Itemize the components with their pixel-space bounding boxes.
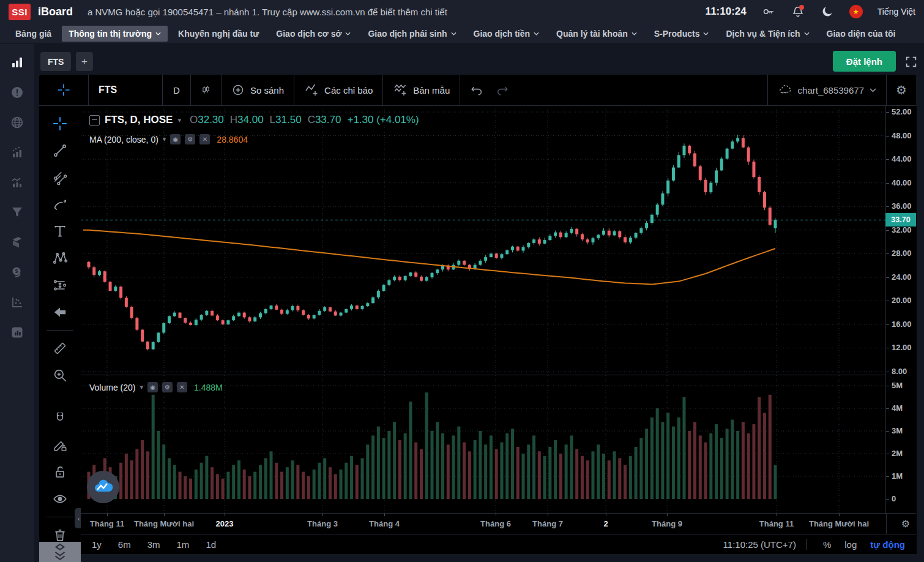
dark-mode-moon-icon[interactable]	[820, 4, 835, 19]
symbol-search-button[interactable]: FTS	[89, 75, 163, 105]
nav-item-8[interactable]: Dịch vụ & Tiện ích	[719, 26, 816, 42]
language-label[interactable]: Tiếng Việt	[877, 7, 915, 17]
sidebar-item-stock-screener[interactable]	[9, 204, 26, 221]
nav-item-7[interactable]: S-Products	[647, 26, 716, 42]
timezone-settings-gear-icon[interactable]: ⚙	[901, 518, 910, 530]
nav-item-9[interactable]: Giao diện của tôi	[820, 26, 903, 42]
ma-remove-icon[interactable]: ✕	[199, 134, 210, 144]
crosshair-tool-icon[interactable]	[50, 113, 70, 134]
hide-drawings-arrow-icon[interactable]	[50, 302, 70, 323]
range-button-1m[interactable]: 1m	[177, 539, 190, 550]
volume-label[interactable]: Volume (20)	[89, 383, 135, 392]
measure-ruler-icon[interactable]	[50, 338, 70, 359]
tab-fts[interactable]: FTS	[40, 52, 71, 71]
time-axis[interactable]: ⚙ Tháng 11Tháng Mười hai2023Tháng 3Tháng…	[81, 513, 916, 534]
sidebar-item-market-chart[interactable]	[9, 54, 26, 71]
iboard-chart-watermark	[87, 471, 119, 503]
range-button-6m[interactable]: 6m	[118, 539, 131, 550]
axis-tick	[886, 206, 889, 207]
lock-all-drawings-icon[interactable]	[50, 462, 70, 482]
volume-tick-5M: 5M	[892, 381, 903, 391]
sidebar-item-widgets[interactable]	[9, 324, 26, 341]
magnet-mode-icon[interactable]	[50, 408, 70, 429]
volume-pane[interactable]	[81, 375, 885, 513]
templates-button[interactable]: Bản mẫu	[383, 75, 460, 105]
top-bar: SSI iBoard a NVMG hoặc gọi 1900545471 – …	[0, 0, 924, 23]
drawing-mode-lock-pencil-icon[interactable]	[50, 435, 70, 455]
volume-tick-0: 0	[892, 494, 896, 504]
nav-item-1[interactable]: Thông tin thị trường	[62, 26, 168, 42]
time-label-4: Tháng 4	[341, 519, 427, 528]
ma-settings-icon[interactable]: ⚙	[185, 134, 195, 144]
sidebar-item-alerts[interactable]	[9, 84, 26, 101]
zoom-in-tool-icon[interactable]	[50, 365, 70, 386]
pitchfork-tool-icon[interactable]	[50, 167, 70, 188]
range-button-1y[interactable]: 1y	[92, 539, 102, 550]
time-label-2: 2023	[182, 519, 267, 528]
chart-style-button[interactable]	[191, 75, 222, 105]
range-buttons: 1y6m3m1m1d	[92, 539, 233, 550]
volume-remove-icon[interactable]: ✕	[177, 382, 187, 392]
ma-label[interactable]: MA (200, close, 0)	[89, 135, 158, 144]
nav-item-5[interactable]: Giao dịch tiền	[467, 26, 546, 42]
range-button-1d[interactable]: 1d	[206, 539, 216, 550]
interval-button[interactable]: D	[163, 75, 191, 105]
sidebar-item-handbook[interactable]	[9, 234, 26, 251]
chart-layout-menu[interactable]: chart_68539677	[768, 75, 887, 105]
time-label-10: Tháng Mười hai	[796, 519, 882, 528]
brush-tool-icon[interactable]	[50, 194, 70, 215]
log-scale-button[interactable]: log	[844, 539, 857, 550]
add-tab-button[interactable]: +	[76, 52, 93, 71]
chart-clock[interactable]: 11:10:25 (UTC+7)	[723, 539, 796, 550]
text-tool-icon[interactable]	[50, 221, 70, 242]
volume-settings-icon[interactable]: ⚙	[162, 382, 173, 392]
axis-tick	[886, 454, 889, 454]
vietnam-flag-icon[interactable]: ★	[849, 5, 863, 18]
percent-scale-button[interactable]: %	[823, 539, 831, 550]
announcement-ticker: a NVMG hoặc gọi 1900545471 – nhánh 1. Tr…	[88, 7, 447, 17]
place-order-button[interactable]: Đặt lệnh	[833, 51, 896, 72]
top-bar-right: 11:10:24 ★ Tiếng Việt	[706, 4, 915, 19]
pane-separator[interactable]	[81, 375, 885, 375]
nav-item-4[interactable]: Giao dịch phái sinh	[361, 26, 463, 42]
price-axis[interactable]: 52.0048.0044.0040.0036.0032.0028.0024.00…	[885, 106, 917, 554]
price-tick-20.00: 20.00	[892, 296, 912, 305]
sidebar-item-money-flow[interactable]: $	[9, 264, 26, 281]
auto-scale-button[interactable]: tự động	[870, 539, 905, 550]
object-tree-button[interactable]	[39, 542, 81, 562]
legend-title[interactable]: FTS, D, HOSE	[105, 114, 173, 126]
axis-tick	[886, 230, 889, 231]
xabcd-pattern-tool-icon[interactable]	[50, 248, 70, 269]
nav-item-6[interactable]: Quản lý tài khoản	[550, 26, 644, 42]
nav-item-3[interactable]: Giao dịch cơ sở	[269, 26, 357, 42]
hide-all-drawings-eye-icon[interactable]	[50, 489, 70, 509]
nav-item-0[interactable]: Bảng giá	[9, 26, 58, 42]
projection-tool-icon[interactable]	[50, 275, 70, 296]
key-icon[interactable]	[761, 4, 776, 19]
sidebar-item-technical-analysis[interactable]	[9, 174, 26, 191]
ssi-logo[interactable]: SSI	[9, 4, 31, 20]
price-tick-40.00: 40.00	[892, 178, 912, 188]
sidebar-item-rankings[interactable]	[9, 144, 26, 161]
nav-item-2[interactable]: Khuyến nghị đầu tư	[171, 26, 266, 42]
notifications-bell-icon[interactable]	[791, 4, 805, 19]
trend-line-tool-icon[interactable]	[50, 140, 70, 161]
undo-icon[interactable]	[470, 83, 483, 97]
price-pane[interactable]	[81, 108, 885, 375]
axis-tick	[886, 253, 889, 254]
chart-settings-gear-icon[interactable]: ⚙	[887, 75, 916, 105]
range-button-3m[interactable]: 3m	[147, 539, 160, 550]
compare-button[interactable]: So sánh	[222, 75, 294, 105]
axis-tick	[886, 476, 889, 477]
redo-icon[interactable]	[496, 83, 509, 97]
sidebar-item-correlation[interactable]	[9, 294, 26, 311]
fullscreen-icon[interactable]	[903, 54, 919, 70]
indicators-button[interactable]: Các chỉ báo	[294, 75, 383, 105]
symbol-legend: FTS, D, HOSE ▾ O32.30 H34.00 L31.50 C33.…	[89, 114, 419, 126]
volume-visibility-icon[interactable]: ◉	[147, 382, 158, 392]
ma-visibility-icon[interactable]: ◉	[170, 134, 181, 144]
collapse-legend-icon[interactable]	[89, 115, 100, 126]
crosshair-mode-button[interactable]	[39, 75, 89, 105]
sidebar-item-world-indices[interactable]	[9, 114, 26, 131]
time-tick	[322, 514, 323, 516]
